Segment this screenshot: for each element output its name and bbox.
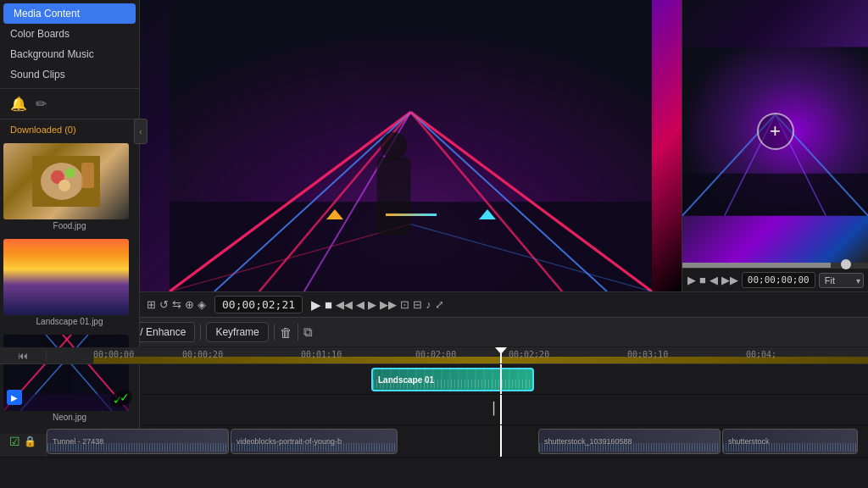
clip-videoblocks-label: videoblocks-portrait-of-young-b	[236, 437, 342, 446]
timeline-skip-icon[interactable]: ⏮	[18, 350, 28, 362]
ruler-mark-3: 00;02;00	[415, 350, 456, 359]
track-content-2: ▏	[47, 395, 868, 424]
ruler-mark-4: 00;02;20	[509, 350, 549, 359]
skip-fwd-icon[interactable]: ▶▶	[380, 298, 397, 311]
track-playhead-1	[500, 364, 502, 394]
snapshot-icon[interactable]: ⊡	[400, 298, 409, 311]
main-preview	[140, 0, 682, 291]
toolbar-separator-5	[274, 324, 275, 341]
crop-icon[interactable]: ⊞	[147, 298, 156, 311]
stabilize-icon[interactable]: ⊕	[185, 298, 194, 311]
main-timecode: 00;00;02;21	[214, 296, 303, 313]
track-content-1: Landscape 01	[47, 364, 868, 394]
track-lock-3[interactable]: 🔒	[24, 435, 36, 447]
ruler-mark-6: 00;04;	[746, 350, 776, 359]
clip-tunnel-label: Tunnel - 27438	[53, 437, 103, 446]
sidebar-icons: 🔔 ✏	[0, 88, 139, 119]
right-preview: + ▶ ■ ◀ ▶▶ 00;00;00;00 Fit 25%	[682, 0, 868, 291]
right-skip-fwd-icon[interactable]: ▶▶	[721, 274, 738, 286]
next-frame-icon[interactable]: ▶	[368, 298, 376, 311]
fit-select-wrapper[interactable]: Fit 25% 50% 100%	[819, 273, 864, 288]
sidebar-menu: Media Content Color Boards Background Mu…	[0, 0, 139, 88]
toolbar-separator-4	[200, 324, 201, 341]
loop-icon[interactable]: ⊟	[413, 298, 422, 311]
timeline-ruler: ⏮ 00;00;00 00;00;20 00;01;10 00;02;00 00…	[0, 347, 868, 364]
trim-right-handle[interactable]	[479, 209, 496, 219]
track-playhead-3	[500, 425, 502, 457]
ruler-playhead	[500, 347, 502, 363]
clip-shutterstock2-label: shutterstock	[728, 437, 770, 446]
svg-point-3	[65, 168, 75, 178]
landscape-image	[3, 239, 129, 315]
audio-icon[interactable]: ♪	[426, 298, 431, 311]
timeline-tracks: ☑ 🔒 Landscape 01 ☑ 🔒	[0, 364, 868, 488]
clip-tunnel[interactable]: Tunnel - 27438	[47, 429, 229, 454]
sidebar-collapse-button[interactable]: ‹	[134, 119, 147, 144]
pencil-icon[interactable]: ✏	[36, 96, 47, 112]
sidebar-item-media-content[interactable]: Media Content	[3, 3, 136, 24]
svg-rect-5	[81, 163, 94, 188]
fit-select[interactable]: Fit 25% 50% 100%	[819, 273, 864, 288]
track-content-3: Tunnel - 27438 videoblocks-portrait-of-y…	[47, 425, 868, 457]
svg-point-4	[58, 180, 70, 191]
track-row-3: ☑ 🔒 Tunnel - 27438 videoblocks-portrait-…	[0, 425, 868, 458]
right-skip-back-icon[interactable]: ◀	[709, 274, 718, 286]
clip-label: Landscape 01	[378, 375, 434, 385]
timeline-section: ⏮ 00;00;00 00;00;20 00;01;10 00;02;00 00…	[0, 347, 868, 488]
timeline-header-left: ⏮	[0, 350, 47, 362]
ruler-mark-2: 00;01;10	[301, 350, 342, 359]
right-stop-icon[interactable]: ■	[699, 274, 706, 286]
thumbnail-landscape-label: Landscape 01.jpg	[3, 315, 136, 330]
play-icon[interactable]: ▶	[311, 297, 321, 313]
track-checkbox-3[interactable]: ☑	[9, 435, 20, 448]
right-scrubber[interactable]	[682, 263, 868, 268]
marker-icon[interactable]: ◈	[198, 298, 206, 311]
right-play-icon[interactable]: ▶	[687, 274, 696, 286]
trim-line	[386, 214, 437, 216]
svg-rect-23	[377, 157, 411, 236]
neon-badge: ▶	[7, 390, 22, 405]
svg-point-24	[381, 132, 408, 159]
transform-icon[interactable]: ⇆	[172, 298, 181, 311]
ruler-mark-5: 00;03;10	[627, 350, 668, 359]
rotate-icon[interactable]: ↺	[159, 298, 169, 311]
svg-rect-26	[682, 174, 868, 216]
thumbnail-food-label: Food.jpg	[3, 219, 136, 234]
bell-icon[interactable]: 🔔	[10, 96, 27, 112]
right-transport-bar: ▶ ■ ◀ ▶▶ 00;00;00;00 Fit 25% 50% 100% 🔊	[682, 268, 868, 291]
downloaded-label: Downloaded (0)	[0, 119, 139, 140]
clip-shutterstock1-label: shutterstock_1039160588	[544, 437, 632, 446]
scrubber-dot[interactable]	[841, 259, 851, 269]
prev-frame-icon[interactable]: ◀	[356, 298, 364, 311]
copy-icon[interactable]: ⧉	[303, 324, 313, 340]
main-transport-bar: ⊞ ↺ ⇆ ⊕ ◈ 00;00;02;21 ▶ ■ ◀◀ ◀ ▶ ▶▶ ⊡ ⊟ …	[140, 291, 868, 317]
trim-handles	[326, 209, 496, 219]
sidebar-item-sound-clips[interactable]: Sound Clips	[0, 64, 139, 85]
delete-icon[interactable]: 🗑	[280, 325, 292, 340]
food-image	[3, 143, 129, 219]
trim-left-handle[interactable]	[326, 209, 343, 219]
right-video: +	[682, 0, 868, 263]
sidebar-item-color-boards[interactable]: Color Boards	[0, 24, 139, 44]
scrubber-fill	[682, 263, 831, 268]
stop-icon[interactable]: ■	[325, 297, 332, 312]
track-row-2: ☑ 🔒 ▏	[0, 395, 868, 425]
cursor-indicator: ▏	[493, 402, 504, 415]
sidebar-item-background-music[interactable]: Background Music	[0, 44, 139, 64]
skip-back-icon[interactable]: ◀◀	[336, 298, 353, 311]
keyframe-button[interactable]: Keyframe	[206, 322, 268, 342]
ruler-content: 00;00;00 00;00;20 00;01;10 00;02;00 00;0…	[93, 347, 868, 363]
clip-landscape01[interactable]: Landscape 01	[371, 368, 534, 391]
thumbnail-food[interactable]: Food.jpg	[3, 143, 136, 234]
toolbar-separator-6	[298, 324, 298, 341]
main-video	[140, 0, 682, 291]
track-row-1: ☑ 🔒 Landscape 01	[0, 364, 868, 395]
add-to-timeline-button[interactable]: +	[757, 113, 794, 150]
clip-shutterstock1[interactable]: shutterstock_1039160588	[538, 429, 721, 454]
right-timecode: 00;00;00;00	[742, 272, 815, 288]
clip-shutterstock2[interactable]: shutterstock	[722, 429, 858, 454]
export-icon[interactable]: ⤢	[435, 298, 444, 311]
ruler-mark-0: 00;00;00	[93, 350, 134, 359]
thumbnail-landscape[interactable]: Landscape 01.jpg	[3, 239, 136, 330]
clip-videoblocks[interactable]: videoblocks-portrait-of-young-b	[231, 429, 398, 454]
